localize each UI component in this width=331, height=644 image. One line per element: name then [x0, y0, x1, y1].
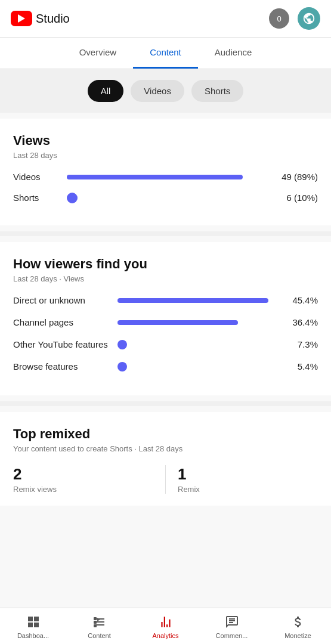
viewer-channel-bar-container [117, 320, 285, 325]
remixed-remix-number: 1 [178, 465, 318, 484]
remixed-views-number: 2 [13, 465, 153, 484]
notification-badge[interactable]: 0 [269, 8, 289, 29]
remixed-views-label: Remix views [13, 485, 153, 494]
svg-rect-1 [94, 621, 97, 624]
remixed-subtitle: Your content used to create Shorts · Las… [13, 444, 318, 453]
views-shorts-label: Shorts [13, 193, 61, 203]
main-tabs: Overview Content Audience [0, 38, 331, 69]
viewer-channel-pct: 36.4% [285, 317, 318, 327]
viewer-channel-bar [117, 320, 238, 325]
remixed-remix-label: Remix [178, 485, 318, 494]
views-videos-bar-container [67, 175, 264, 179]
views-shorts-value: 6 (10%) [270, 193, 318, 203]
viewer-other-row: Other YouTube features 7.3% [13, 339, 318, 349]
divider-1 [0, 231, 331, 236]
viewers-card: How viewers find you Last 28 days · View… [0, 242, 331, 395]
viewer-direct-label: Direct or unknown [13, 295, 117, 305]
viewer-browse-dot [117, 362, 127, 371]
viewer-other-dot [117, 340, 127, 349]
views-videos-bar [67, 175, 243, 179]
filter-all[interactable]: All [88, 80, 124, 102]
viewer-browse-bar-container [117, 362, 285, 371]
header-actions: 0 [269, 7, 320, 30]
viewer-browse-row: Browse features 5.4% [13, 361, 318, 371]
views-card: Views Last 28 days Videos 49 (89%) Short… [0, 119, 331, 225]
viewers-title: How viewers find you [13, 256, 318, 272]
viewer-direct-bar [117, 298, 268, 303]
tab-audience[interactable]: Audience [198, 38, 269, 69]
nav-monetize[interactable]: Monetize [265, 614, 331, 639]
monetize-icon [290, 614, 306, 630]
nav-dashboard-label: Dashboa... [17, 632, 49, 639]
header-logo-area: Studio [11, 11, 70, 26]
viewers-subtitle: Last 28 days · Views [13, 274, 318, 283]
app-header: Studio 0 [0, 0, 331, 38]
views-videos-row: Videos 49 (89%) [13, 172, 318, 182]
youtube-play-icon [11, 11, 32, 26]
avatar[interactable] [298, 7, 320, 30]
nav-content-label: Content [88, 632, 111, 639]
filter-pills: All Videos Shorts [0, 69, 331, 113]
views-shorts-bar-container [67, 196, 264, 200]
svg-rect-2 [94, 624, 97, 627]
viewer-direct-bar-container [117, 298, 285, 303]
viewer-other-label: Other YouTube features [13, 339, 117, 349]
views-videos-value: 49 (89%) [270, 172, 318, 182]
globe-icon [302, 12, 315, 25]
views-subtitle: Last 28 days [13, 151, 318, 160]
bottom-nav: Dashboa... Content Analytics [0, 608, 331, 644]
views-shorts-dot [67, 193, 78, 203]
remixed-title: Top remixed [13, 426, 318, 442]
youtube-studio-logo: Studio [11, 11, 70, 26]
viewer-channel-row: Channel pages 36.4% [13, 317, 318, 327]
remixed-stat-remix: 1 Remix [165, 465, 318, 494]
views-shorts-row: Shorts 6 (10%) [13, 193, 318, 203]
filter-videos[interactable]: Videos [131, 80, 184, 102]
viewer-direct-row: Direct or unknown 45.4% [13, 295, 318, 305]
studio-label: Studio [36, 12, 70, 26]
remixed-card: Top remixed Your content used to create … [0, 412, 331, 506]
analytics-icon [158, 614, 174, 630]
views-title: Views [13, 133, 318, 148]
views-videos-label: Videos [13, 172, 61, 182]
viewer-browse-pct: 5.4% [285, 361, 318, 371]
filter-shorts[interactable]: Shorts [191, 80, 243, 102]
nav-analytics[interactable]: Analytics [132, 614, 199, 639]
nav-dashboard[interactable]: Dashboa... [0, 614, 66, 639]
nav-comments-label: Commen... [216, 632, 248, 639]
viewer-channel-label: Channel pages [13, 317, 117, 327]
comments-icon [224, 614, 240, 630]
divider-2 [0, 401, 331, 406]
tab-overview[interactable]: Overview [63, 38, 134, 69]
nav-comments[interactable]: Commen... [199, 614, 265, 639]
nav-monetize-label: Monetize [284, 632, 311, 639]
remixed-stat-views: 2 Remix views [13, 465, 165, 494]
svg-rect-0 [94, 617, 97, 620]
remixed-stats: 2 Remix views 1 Remix [13, 465, 318, 494]
tab-content[interactable]: Content [133, 38, 198, 69]
content-icon [92, 614, 107, 630]
viewer-other-bar-container [117, 340, 285, 349]
dashboard-icon [26, 614, 41, 630]
nav-analytics-label: Analytics [152, 632, 178, 639]
viewer-direct-pct: 45.4% [285, 295, 318, 305]
viewer-other-pct: 7.3% [285, 339, 318, 349]
nav-content[interactable]: Content [66, 614, 132, 639]
viewer-browse-label: Browse features [13, 361, 117, 371]
